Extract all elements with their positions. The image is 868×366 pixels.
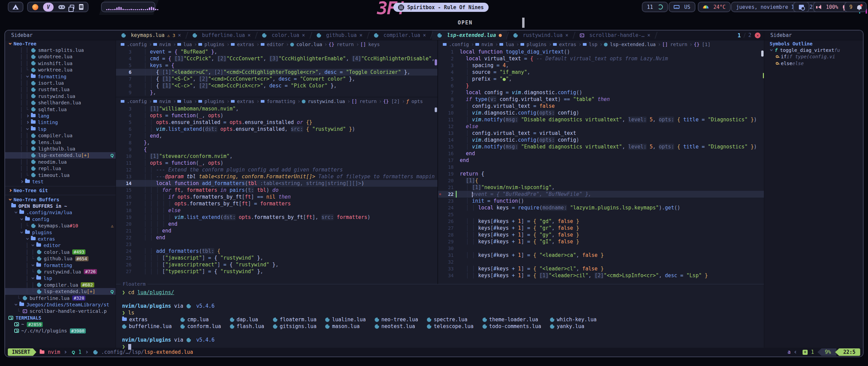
tree-row[interactable]: │ lang (5, 113, 116, 119)
code-line[interactable]: 19return { (438, 170, 764, 177)
code-line[interactable]: 11 │ vim.notify(msg: "Disable diagnostic… (438, 116, 764, 123)
code-line[interactable]: 22 │ │ end (116, 234, 437, 241)
code-line[interactable]: 21 │ │ │ end (116, 227, 437, 234)
tree-row[interactable]: ~/.c/n/l/plugins#3980 (5, 328, 116, 334)
tree-row[interactable]: │ │ smart-splits.lua (5, 47, 116, 53)
tree-row[interactable]: │ lsp (5, 275, 116, 282)
code-line[interactable]: 26 │ │ keys[#keys + 1] = { "gd", false } (438, 218, 764, 225)
code-line[interactable]: 8 if type(v: config.virtual_text) == "ta… (438, 96, 764, 103)
file-grid-item[interactable]: extras (122, 316, 172, 323)
code-line[interactable]: 7 │ end, (116, 133, 437, 139)
tab-close-icon[interactable]: × (359, 32, 362, 38)
code-line[interactable]: 34 │ │ keys[#keys + 1] = { [1]"<leader>c… (438, 272, 764, 279)
code-line[interactable]: 3 │ [1]"williamboman/mason.nvim", (116, 105, 437, 112)
tree-row[interactable]: │ linting (5, 119, 116, 126)
code-line[interactable]: 7 │ │ { [1]"<S-C>", [2]"<cmd>CccConvert<… (116, 76, 437, 82)
code-line[interactable]: 23 (116, 241, 437, 248)
tree-row[interactable]: │ └ github.lua#654 (5, 256, 116, 262)
tab-compiler-lua[interactable]: compiler.lua× (369, 30, 431, 40)
tree-row[interactable]: Juegos/Indies/SteamLibrary/st (5, 301, 116, 308)
tree-row[interactable]: config (5, 216, 116, 222)
code-line[interactable]: 6 │ │ { [1]"<leader>uC", [2]"<cmd>CccHig… (116, 69, 437, 76)
code-line[interactable]: 9 │ config.virtual_text = false (438, 103, 764, 109)
tree-row[interactable]: │ │ repl.lua (5, 165, 116, 171)
code-line[interactable]: 28 │ │ keys[#keys + 1] = { "gy", false } (438, 231, 764, 238)
tree-row[interactable]: │ formatting (5, 73, 116, 80)
tab-close-icon[interactable]: × (178, 32, 181, 38)
terminals-header[interactable]: TERMINALS (5, 314, 116, 321)
code-line[interactable]: 16 │ │ │ │ if opts.formatters_by_ft[ft] … (116, 194, 437, 200)
code-line[interactable]: 17end (438, 157, 764, 164)
firefox-icon[interactable] (32, 4, 38, 10)
tree-row[interactable]: │ lsp (5, 126, 116, 132)
code-line[interactable]: 20 │ │ │ │ end (116, 221, 437, 227)
code-line[interactable]: 7 local config = vim.diagnostic.config() (438, 89, 764, 96)
file-grid-item[interactable]: bufferline.lua (122, 323, 172, 330)
code-line[interactable]: 25 │ │ │ ["javascript"] = { "rustywind" … (116, 255, 437, 261)
code-line[interactable]: 32 (438, 259, 764, 265)
tab-keymaps-lua[interactable]: keymaps.lua⚠ 3× (116, 30, 186, 40)
file-grid-item[interactable]: neo-tree.lua (375, 316, 418, 323)
code-line[interactable]: 18 (438, 164, 764, 170)
tab-close-icon[interactable]: × (647, 32, 650, 38)
tab-add-icon[interactable]: + (803, 350, 808, 355)
code-line[interactable]: 14 │ │ local function add_formatters(tbl… (116, 180, 437, 187)
file-grid-item[interactable]: lualine.lua (325, 316, 366, 323)
keyboard-layout-widget[interactable]: US (669, 2, 695, 12)
file-grid-item[interactable]: cmp.lua (180, 316, 221, 323)
code-line[interactable]: 27 │ │ keys[#keys + 1] = { "gr", false } (438, 225, 764, 231)
tree-row[interactable]: ~#2859 (5, 321, 116, 327)
tree-row[interactable]: │ │ lsp-extended.lu[+] (5, 152, 116, 159)
code-line[interactable]: 16 end (438, 150, 764, 157)
code-line[interactable]: 3 │ event = { "BufRead" }, (116, 48, 437, 55)
tab-page-current[interactable]: 1 (737, 32, 741, 39)
code-line[interactable]: 30 (438, 245, 764, 252)
tab-lsp-extended-lua[interactable]: lsp-extended.lua (432, 30, 507, 40)
code-line[interactable]: 33 │ │ keys[#keys + 1] = { "<leader>cl",… (438, 265, 764, 272)
code-line[interactable]: 25 (438, 211, 764, 218)
file-grid-item[interactable]: flash.lua (230, 323, 264, 330)
tab-close-icon[interactable]: × (565, 32, 568, 38)
file-grid-item[interactable]: conform.lua (180, 323, 221, 330)
code-line[interactable]: 5 │ │ opts.ensure_installed = opts.ensur… (116, 119, 437, 126)
file-grid-item[interactable]: spectre.lua (427, 316, 473, 323)
code-line[interactable]: 15 │ vim.notify(msg: "Enabled diagnostic… (438, 143, 764, 150)
code-line[interactable]: 13 │ │ ---@param tbl table<string, confo… (116, 173, 437, 180)
close-button[interactable]: ✕ (755, 33, 761, 38)
editor-pane-color[interactable]: .confignvimluapluginsextraseditorcolor.l… (116, 40, 437, 97)
scrollbar-thumb[interactable] (435, 59, 437, 65)
tree-row[interactable]: │ │ rustfmt.lua (5, 86, 116, 93)
code-line[interactable]: 24 │ │ local keys = require(modname: "la… (438, 204, 764, 211)
code-line[interactable]: 17 │ │ │ │ │ opts.formatters_by_ft[ft] =… (116, 200, 437, 207)
code-line[interactable]: 12 else (438, 123, 764, 130)
neovim-icon[interactable]: V (43, 3, 54, 12)
code-line[interactable]: 18 │ │ │ │ else (116, 207, 437, 214)
scrollbar-thumb[interactable] (435, 107, 437, 112)
code-line[interactable]: 6 } (438, 82, 764, 89)
tree-row[interactable]: │ │ winshift.lua (5, 60, 116, 66)
code-line[interactable]: 4 │ source = "if_many", (438, 69, 764, 76)
tree-row[interactable]: │ │ undotree.lua (5, 54, 116, 60)
tree-row[interactable]: │ └ worktree.lua (5, 67, 116, 73)
tree-row[interactable]: │ └ keymaps.lua #10⚠ (5, 223, 116, 229)
tree-row[interactable]: extras (5, 236, 116, 242)
scrollbar-thumb[interactable] (761, 50, 764, 57)
file-grid-item[interactable]: theme-loader.lua (482, 316, 541, 323)
tree-row[interactable]: plugins (5, 229, 116, 236)
tree-row[interactable]: │ └ lsp-extended.lu [+] (5, 288, 116, 294)
code-line[interactable]: 8 }, (116, 139, 437, 146)
file-grid-item[interactable]: yanky.lua (550, 323, 596, 330)
tab-bufferline-lua[interactable]: bufferline.lua× (187, 30, 256, 40)
outline-row[interactable]: ftoggle_diag_virtext fu (764, 47, 863, 53)
file-grid-item[interactable]: neotest.lua (375, 323, 418, 330)
tree-row[interactable]: │ │ compiler.lua#682 (5, 282, 116, 288)
tab-scrollbar-handle-[interactable]: scrollbar-handle-…× (574, 30, 656, 40)
code-line[interactable]: 12 │ │ --- Extend the conform plugin con… (116, 166, 437, 173)
tree-row[interactable]: .config/nvim/lua (5, 209, 116, 216)
tree-row[interactable]: └ scrollbar-handle-vertical.p (5, 308, 116, 314)
code-line[interactable]: 13 │ config.virtual_text = virtual_text (438, 130, 764, 137)
file-grid-item[interactable]: which-key.lua (550, 316, 596, 323)
code-line[interactable]: 9 { (116, 146, 437, 153)
launcher-button[interactable] (8, 2, 23, 12)
code-line[interactable]: 15 │ │ │ for ft, formatters in pairs(t: … (116, 187, 437, 194)
